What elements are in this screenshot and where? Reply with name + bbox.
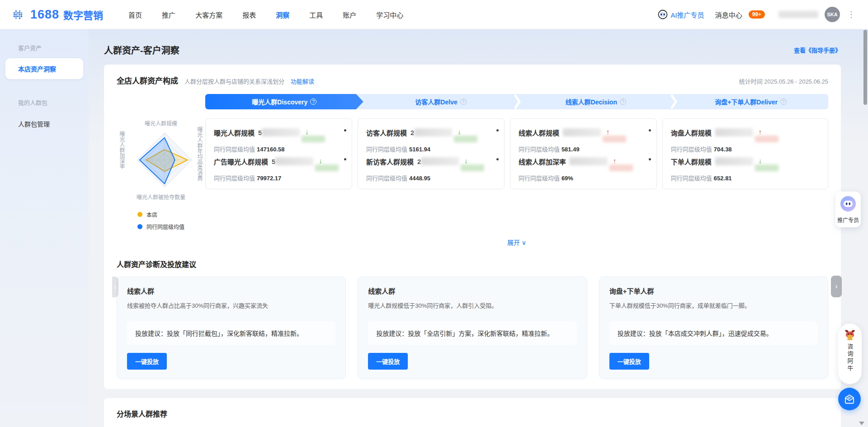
expand-link[interactable]: 展开 ∨ — [507, 239, 526, 246]
metric-value-redacted: 2 — [417, 157, 459, 165]
advice-desc: 曝光人群规模低于30%同行商家，人群引入受阻。 — [368, 301, 576, 310]
funnel-step-label: 曝光人群Discovery — [252, 97, 307, 106]
kebab-menu-icon[interactable]: ⋮ — [847, 9, 855, 19]
top-navbar: 1688 数字营销 首页 推广 大客方案 报表 洞察 工具 账户 学习中心 AI… — [0, 0, 868, 29]
user-name-redacted — [778, 11, 818, 18]
advice-title: 询盘+下单人群 — [609, 286, 818, 296]
metric-row: 询盘人群规模 ↑ 同行同层级均值704.38 — [671, 126, 820, 153]
resize-corner-icon — [859, 422, 864, 425]
peer-average: 同行同层级均值4448.95 — [366, 174, 496, 182]
carousel-left-arrow[interactable]: ‹ — [112, 277, 118, 297]
navbar-right: AI推广专员 消息中心 99+ SKA ⋮ — [658, 7, 855, 22]
message-badge: 99+ — [749, 10, 765, 19]
chat-button[interactable] — [838, 388, 861, 410]
metric-value-redacted: 2 — [410, 128, 452, 136]
nav-item-reports[interactable]: 报表 — [242, 10, 256, 19]
ska-badge: SKA — [825, 7, 840, 22]
page-head: 人群资产-客户洞察 查看《指导手册》 — [104, 29, 841, 65]
nav-item-insight[interactable]: 洞察 — [276, 10, 289, 19]
logo-number: 1688 — [30, 8, 59, 22]
advice-desc: 下单人群规模低于30%同行商家，成单就差临门一脚。 — [609, 301, 818, 310]
one-click-launch-button[interactable]: 一键投放 — [609, 353, 649, 370]
radar-axis-right: 曝光人群年均品类消费 — [196, 127, 203, 194]
bull-icon — [844, 329, 856, 341]
audience-funnel: 曝光人群Discovery ? 访客人群Delve ? 线索人群Decision… — [205, 94, 828, 109]
legend-label: 同行同层级均值 — [146, 223, 184, 230]
funnel-step-decision[interactable]: 线索人群Decision ? — [518, 94, 673, 109]
trend-pct-redacted — [302, 136, 325, 142]
trend-pct-redacted — [315, 164, 339, 171]
metric-label: 线索人群规模 — [519, 128, 559, 137]
promo-agent-widget[interactable]: 推广专员 — [835, 192, 861, 227]
advice-suggestion: 投放建议：投放「同行拦截包」，深化新客联结，精准拉新。 — [127, 321, 335, 345]
metric-label: 广告曝光人群规模 — [214, 157, 268, 166]
trend-arrow-icon: ↓ — [759, 158, 762, 164]
radar-column: 曝光人群规模 曝光人群年均品类消费 曝光人群被抢夺数量 曝光人群加深率 本店 — [117, 118, 205, 230]
main-nav: 首页 推广 大客方案 报表 洞察 工具 账户 学习中心 — [128, 10, 403, 19]
funnel-step-delve[interactable]: 访客人群Delve ? — [363, 94, 519, 109]
sidebar-item-audience-management[interactable]: 人群包管理 — [0, 113, 89, 135]
main-content: 人群资产-客户洞察 查看《指导手册》 全店人群资产构成 人群分层按人群与店铺的关… — [89, 29, 868, 427]
one-click-launch-button[interactable]: 一键投放 — [368, 353, 408, 370]
metric-row: 新访客人群规模 2 ↓ 同行同层级均值4448.95 — [366, 155, 496, 182]
nav-item-account[interactable]: 账户 — [343, 10, 356, 19]
trend-pct-redacted — [454, 136, 477, 142]
sidebar: 客户资产 本店资产洞察 我的人群包 人群包管理 — [0, 29, 89, 427]
expand-row: 展开 ∨ — [117, 238, 828, 247]
sidebar-item-store-asset-insight[interactable]: 本店资产洞察 — [5, 58, 83, 79]
page-title: 人群资产-客户洞察 — [104, 43, 179, 56]
funnel-step-discovery[interactable]: 曝光人群Discovery ? — [205, 94, 363, 109]
guide-manual-link[interactable]: 查看《指导手册》 — [794, 46, 841, 54]
funnel-step-label: 询盘+下单人群Deliver — [715, 97, 778, 106]
trend-indicator: ↓ — [461, 158, 484, 171]
metric-value-redacted: 5 — [258, 128, 300, 136]
peer-average: 同行同层级均值69% — [519, 174, 648, 182]
funnel-step-label: 访客人群Delve — [415, 97, 457, 106]
funnel-step-deliver[interactable]: 询盘+下单人群Deliver ? — [673, 94, 828, 109]
help-icon[interactable]: ? — [460, 99, 467, 105]
feature-explain-link[interactable]: 功能解读 — [291, 77, 314, 85]
nav-item-learning[interactable]: 学习中心 — [376, 10, 403, 19]
trend-pct-redacted — [461, 164, 484, 171]
nav-item-tools[interactable]: 工具 — [309, 10, 323, 19]
row-dot — [649, 158, 651, 160]
trend-pct-redacted — [603, 136, 626, 142]
advice-desc: 线索被抢夺人群占比高于30%同行商家，兴趣买家流失 — [127, 301, 335, 310]
legend-dot-yellow — [137, 212, 142, 217]
trend-indicator: ↓ — [755, 158, 778, 171]
metric-label: 访客人群规模 — [366, 128, 407, 137]
nav-item-plans[interactable]: 大客方案 — [195, 10, 222, 19]
app-root: 1688 数字营销 首页 推广 大客方案 报表 洞察 工具 账户 学习中心 AI… — [0, 0, 868, 427]
stat-time-range: 统计时间 2025.05.26 - 2025.06.25 — [739, 77, 828, 85]
trend-arrow-icon: ↑ — [759, 129, 762, 135]
one-click-launch-button[interactable]: 一键投放 — [127, 353, 167, 370]
logo[interactable]: 1688 数字营销 — [13, 7, 103, 22]
message-center-link[interactable]: 消息中心 — [715, 10, 742, 19]
legend-dot-blue — [137, 224, 142, 229]
trend-arrow-icon: ↓ — [464, 158, 468, 164]
nav-item-home[interactable]: 首页 — [128, 10, 142, 19]
asset-card-subtitle: 人群分层按人群与店铺的关系深浅划分 — [184, 77, 284, 85]
metric-value-redacted — [570, 157, 608, 165]
ai-agent-label: AI推广专员 — [670, 10, 704, 19]
promo-agent-label: 推广专员 — [837, 216, 859, 224]
help-icon[interactable]: ? — [780, 99, 787, 105]
row-dot — [649, 129, 651, 131]
metric-value-redacted — [715, 128, 753, 136]
peer-average: 同行同层级均值147160.58 — [214, 145, 344, 153]
scrollbar-thumb[interactable] — [863, 30, 867, 105]
consult-aniu-widget[interactable]: 咨询阿牛 — [838, 324, 862, 384]
trend-pct-redacted — [609, 164, 633, 171]
metric-box-lead: 线索人群规模 ↑ 同行同层级均值581.49 线索人群加深率 — [510, 118, 657, 189]
nav-item-promo[interactable]: 推广 — [162, 10, 175, 19]
ai-agent-entry[interactable]: AI推广专员 — [658, 9, 704, 19]
help-icon[interactable]: ? — [310, 99, 316, 105]
funnel-chevron-icon — [514, 94, 521, 109]
help-icon[interactable]: ? — [620, 99, 626, 105]
carousel-right-arrow[interactable]: › — [831, 276, 842, 297]
metric-value-redacted — [563, 128, 601, 136]
radar-axis-bottom: 曝光人群被抢夺数量 — [117, 193, 205, 201]
metric-label: 曝光人群规模 — [214, 128, 255, 137]
trend-arrow-icon: ↑ — [613, 158, 617, 164]
funnel-step-label: 线索人群Decision — [566, 97, 617, 106]
